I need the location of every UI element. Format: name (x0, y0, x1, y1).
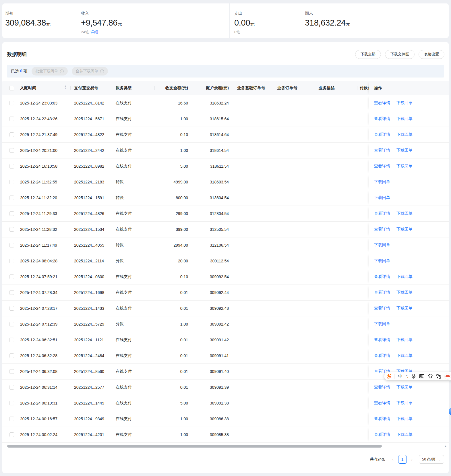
cell-account-type: 在线支付 (112, 158, 155, 174)
view-detail-link[interactable]: 查看详情 (374, 400, 390, 406)
scroll-right-arrow[interactable]: ▸ (445, 444, 446, 448)
microphone-icon[interactable] (411, 374, 416, 379)
cell-txn-id: 20251224...4201 (71, 427, 112, 442)
row-checkbox[interactable] (9, 243, 14, 247)
sogou-logo-icon[interactable]: S (386, 373, 391, 379)
download-receipt-link[interactable]: 下载回单 (374, 258, 390, 264)
cell-order (275, 332, 316, 348)
cell-base-order (235, 111, 275, 127)
table-settings-button[interactable]: 表格设置 (419, 50, 444, 59)
batch-download-button[interactable]: 批量下载回单 i (32, 67, 68, 76)
view-detail-link[interactable]: 查看详情 (374, 432, 390, 437)
download-all-button[interactable]: 下载全部 (355, 50, 381, 59)
cell-description (316, 174, 357, 190)
download-receipt-link[interactable]: 下载回单 (396, 400, 413, 406)
download-receipt-link[interactable]: 下载回单 (396, 353, 413, 358)
download-receipt-link[interactable]: 下载回单 (396, 290, 413, 295)
view-detail-link[interactable]: 查看详情 (374, 100, 390, 106)
row-checkbox[interactable] (9, 417, 14, 421)
download-file-zone-button[interactable]: 下载文件区 (385, 50, 415, 59)
row-checkbox[interactable] (9, 132, 14, 137)
row-checkbox[interactable] (9, 148, 14, 153)
view-detail-link[interactable]: 查看详情 (374, 132, 390, 137)
select-all-checkbox[interactable] (9, 86, 14, 90)
row-checkbox[interactable] (9, 259, 14, 263)
download-receipt-link[interactable]: 下载回单 (396, 100, 413, 106)
row-checkbox[interactable] (9, 101, 14, 105)
row-checkbox[interactable] (9, 196, 14, 200)
next-page-button[interactable]: › (410, 457, 414, 462)
prev-page-button[interactable]: ‹ (390, 457, 395, 462)
view-detail-link[interactable]: 查看详情 (374, 337, 390, 343)
toolbox-grid-icon[interactable] (436, 374, 441, 379)
view-detail-link[interactable]: 查看详情 (374, 164, 390, 169)
row-checkbox[interactable] (9, 369, 14, 374)
row-checkbox[interactable] (9, 306, 14, 311)
view-detail-link[interactable]: 查看详情 (374, 290, 390, 295)
page-number-button[interactable]: 1 (398, 455, 407, 464)
row-checkbox[interactable] (9, 227, 14, 232)
view-detail-link[interactable]: 查看详情 (374, 116, 390, 121)
page-size-select[interactable]: 50 条/页 ⌄ (419, 455, 444, 464)
punctuation-icon[interactable]: °, (406, 374, 408, 378)
download-receipt-link[interactable]: 下载回单 (396, 227, 413, 232)
download-receipt-link[interactable]: 下载回单 (396, 385, 413, 390)
download-receipt-link[interactable]: 下载回单 (396, 306, 413, 311)
transactions-table: 入账时间 ▲▼ 支付宝交易号 账务类型 收支金额(元) 账户余额(元) 业务基础… (2, 81, 449, 443)
view-detail-link[interactable]: 查看详情 (374, 227, 390, 232)
row-checkbox[interactable] (9, 432, 14, 437)
row-checkbox[interactable] (9, 290, 14, 295)
view-detail-link[interactable]: 查看详情 (374, 416, 390, 421)
download-receipt-link[interactable]: 下载回单 (374, 195, 390, 200)
view-detail-link[interactable]: 查看详情 (374, 385, 390, 390)
download-receipt-link[interactable]: 下载回单 (396, 116, 413, 121)
cell-description (316, 143, 357, 158)
download-receipt-link[interactable]: 下载回单 (396, 416, 413, 421)
cell-description (316, 364, 357, 379)
download-receipt-link[interactable]: 下载回单 (396, 274, 413, 279)
row-checkbox[interactable] (9, 385, 14, 390)
horizontal-scrollbar[interactable]: ▸ (2, 444, 449, 448)
income-detail-link[interactable]: 详细 (90, 30, 98, 34)
keyboard-icon[interactable] (419, 374, 424, 378)
row-checkbox[interactable] (9, 353, 14, 358)
sort-control[interactable]: ▲▼ (64, 86, 67, 90)
download-receipt-link[interactable]: 下载回单 (374, 243, 390, 248)
row-checkbox[interactable] (9, 338, 14, 342)
cell-amount: 0.10 (155, 269, 197, 285)
download-receipt-link[interactable]: 下载回单 (374, 322, 390, 327)
cell-account-type: 在线支付 (112, 380, 155, 395)
view-detail-link[interactable]: 查看详情 (374, 211, 390, 216)
scrollbar-thumb[interactable] (7, 445, 382, 448)
download-receipt-link[interactable]: 下载回单 (374, 179, 390, 185)
expense-value: 0.00元 (234, 18, 300, 28)
cell-amount: 0.01 (155, 348, 197, 363)
info-icon: i (60, 69, 64, 73)
download-receipt-link[interactable]: 下载回单 (396, 164, 413, 169)
cell-order (275, 174, 316, 190)
view-detail-link[interactable]: 查看详情 (374, 148, 390, 153)
chinese-mode-icon[interactable]: 中 (398, 373, 402, 379)
cell-amount: 800.00 (155, 190, 197, 206)
download-receipt-link[interactable]: 下载回单 (396, 211, 413, 216)
row-checkbox[interactable] (9, 164, 14, 169)
download-receipt-link[interactable]: 下载回单 (396, 148, 413, 153)
view-detail-link[interactable]: 查看详情 (374, 306, 390, 311)
cell-balance: 309091.41 (197, 348, 235, 363)
view-detail-link[interactable]: 查看详情 (374, 274, 390, 279)
row-checkbox[interactable] (9, 322, 14, 326)
download-receipt-link[interactable]: 下载回单 (396, 337, 413, 343)
skin-shirt-icon[interactable] (428, 374, 433, 378)
download-receipt-link[interactable]: 下载回单 (396, 132, 413, 137)
cell-order (275, 411, 316, 427)
row-checkbox[interactable] (9, 180, 14, 184)
row-checkbox[interactable] (9, 274, 14, 279)
row-checkbox[interactable] (9, 401, 14, 405)
ime-mascot-icon[interactable] (444, 373, 451, 380)
row-checkbox[interactable] (9, 211, 14, 216)
view-detail-link[interactable]: 查看详情 (374, 353, 390, 358)
download-receipt-link[interactable]: 下载回单 (396, 432, 413, 437)
merge-download-button[interactable]: 合并下载回单 i (72, 67, 108, 76)
row-checkbox[interactable] (9, 117, 14, 121)
floating-assistant-ball[interactable] (449, 407, 451, 416)
